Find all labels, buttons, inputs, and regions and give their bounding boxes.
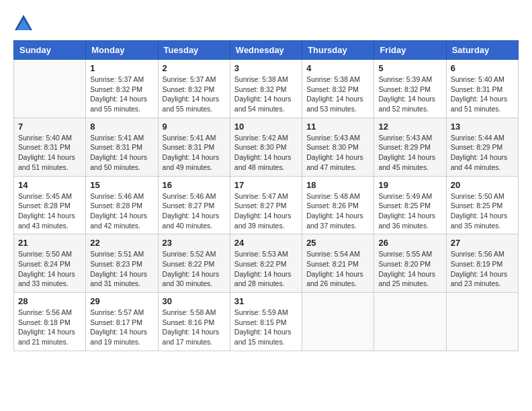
day-number: 21 xyxy=(18,238,81,248)
cell-content: Sunrise: 5:53 AM Sunset: 8:22 PM Dayligh… xyxy=(234,249,298,289)
cell-content: Sunrise: 5:56 AM Sunset: 8:19 PM Dayligh… xyxy=(451,249,514,289)
day-number: 31 xyxy=(234,296,298,306)
cell-content: Sunrise: 5:38 AM Sunset: 8:32 PM Dayligh… xyxy=(306,75,369,114)
cell-content: Sunrise: 5:38 AM Sunset: 8:32 PM Dayligh… xyxy=(234,75,298,114)
cell-content: Sunrise: 5:50 AM Sunset: 8:24 PM Dayligh… xyxy=(18,249,81,289)
day-number: 12 xyxy=(378,122,441,132)
cell-content: Sunrise: 5:58 AM Sunset: 8:16 PM Dayligh… xyxy=(163,308,226,347)
cell-content: Sunrise: 5:55 AM Sunset: 8:20 PM Dayligh… xyxy=(378,249,441,289)
cell-content: Sunrise: 5:37 AM Sunset: 8:32 PM Dayligh… xyxy=(90,75,153,114)
day-number: 15 xyxy=(90,180,153,190)
calendar-cell: 28Sunrise: 5:56 AM Sunset: 8:18 PM Dayli… xyxy=(14,293,86,351)
day-number: 17 xyxy=(234,180,298,190)
day-number: 14 xyxy=(18,180,81,190)
cell-content: Sunrise: 5:45 AM Sunset: 8:28 PM Dayligh… xyxy=(18,191,81,231)
day-number: 8 xyxy=(90,122,153,132)
day-number: 30 xyxy=(163,296,226,306)
calendar-cell: 23Sunrise: 5:52 AM Sunset: 8:22 PM Dayli… xyxy=(158,234,230,293)
calendar-cell: 21Sunrise: 5:50 AM Sunset: 8:24 PM Dayli… xyxy=(14,234,86,293)
cell-content: Sunrise: 5:48 AM Sunset: 8:26 PM Dayligh… xyxy=(306,191,369,231)
calendar-cell: 19Sunrise: 5:49 AM Sunset: 8:25 PM Dayli… xyxy=(374,176,446,234)
cell-content: Sunrise: 5:37 AM Sunset: 8:32 PM Dayligh… xyxy=(163,75,226,114)
cell-content: Sunrise: 5:41 AM Sunset: 8:31 PM Dayligh… xyxy=(163,133,226,173)
calendar-cell: 2Sunrise: 5:37 AM Sunset: 8:32 PM Daylig… xyxy=(158,60,230,118)
day-number: 23 xyxy=(163,238,226,248)
cell-content: Sunrise: 5:46 AM Sunset: 8:27 PM Dayligh… xyxy=(163,191,226,231)
calendar-cell: 16Sunrise: 5:46 AM Sunset: 8:27 PM Dayli… xyxy=(158,176,230,234)
day-number: 24 xyxy=(234,238,298,248)
calendar-cell: 5Sunrise: 5:39 AM Sunset: 8:32 PM Daylig… xyxy=(374,60,446,118)
calendar-cell: 13Sunrise: 5:44 AM Sunset: 8:29 PM Dayli… xyxy=(446,118,518,176)
cell-content: Sunrise: 5:40 AM Sunset: 8:31 PM Dayligh… xyxy=(451,75,514,114)
cell-content: Sunrise: 5:43 AM Sunset: 8:30 PM Dayligh… xyxy=(306,133,369,173)
cell-content: Sunrise: 5:54 AM Sunset: 8:21 PM Dayligh… xyxy=(306,249,369,289)
day-number: 9 xyxy=(163,122,226,132)
calendar-cell: 8Sunrise: 5:41 AM Sunset: 8:31 PM Daylig… xyxy=(86,118,158,176)
column-header-tuesday: Tuesday xyxy=(158,41,230,60)
calendar-cell: 14Sunrise: 5:45 AM Sunset: 8:28 PM Dayli… xyxy=(14,176,86,234)
cell-content: Sunrise: 5:39 AM Sunset: 8:32 PM Dayligh… xyxy=(378,75,441,114)
calendar-cell: 6Sunrise: 5:40 AM Sunset: 8:31 PM Daylig… xyxy=(446,60,518,118)
day-number: 28 xyxy=(18,296,81,306)
calendar-cell: 3Sunrise: 5:38 AM Sunset: 8:32 PM Daylig… xyxy=(230,60,302,118)
column-header-thursday: Thursday xyxy=(302,41,374,60)
column-header-sunday: Sunday xyxy=(14,41,86,60)
calendar-cell xyxy=(446,293,518,351)
day-number: 7 xyxy=(18,122,81,132)
column-header-wednesday: Wednesday xyxy=(230,41,302,60)
calendar-cell: 26Sunrise: 5:55 AM Sunset: 8:20 PM Dayli… xyxy=(374,234,446,293)
calendar-cell: 29Sunrise: 5:57 AM Sunset: 8:17 PM Dayli… xyxy=(86,293,158,351)
calendar-cell: 4Sunrise: 5:38 AM Sunset: 8:32 PM Daylig… xyxy=(302,60,374,118)
day-number: 18 xyxy=(306,180,369,190)
day-number: 26 xyxy=(378,238,441,248)
day-number: 2 xyxy=(163,63,226,73)
logo xyxy=(13,13,36,34)
calendar-cell: 12Sunrise: 5:43 AM Sunset: 8:29 PM Dayli… xyxy=(374,118,446,176)
calendar-cell: 25Sunrise: 5:54 AM Sunset: 8:21 PM Dayli… xyxy=(302,234,374,293)
day-number: 29 xyxy=(90,296,153,306)
day-number: 25 xyxy=(306,238,369,248)
day-number: 6 xyxy=(451,63,514,73)
day-number: 16 xyxy=(163,180,226,190)
week-row-5: 28Sunrise: 5:56 AM Sunset: 8:18 PM Dayli… xyxy=(14,293,519,351)
calendar-cell: 9Sunrise: 5:41 AM Sunset: 8:31 PM Daylig… xyxy=(158,118,230,176)
calendar-cell: 17Sunrise: 5:47 AM Sunset: 8:27 PM Dayli… xyxy=(230,176,302,234)
calendar-cell: 10Sunrise: 5:42 AM Sunset: 8:30 PM Dayli… xyxy=(230,118,302,176)
calendar-cell: 30Sunrise: 5:58 AM Sunset: 8:16 PM Dayli… xyxy=(158,293,230,351)
day-number: 13 xyxy=(451,122,514,132)
calendar-cell: 18Sunrise: 5:48 AM Sunset: 8:26 PM Dayli… xyxy=(302,176,374,234)
day-number: 5 xyxy=(378,63,441,73)
calendar-cell: 31Sunrise: 5:59 AM Sunset: 8:15 PM Dayli… xyxy=(230,293,302,351)
calendar-cell: 7Sunrise: 5:40 AM Sunset: 8:31 PM Daylig… xyxy=(14,118,86,176)
cell-content: Sunrise: 5:43 AM Sunset: 8:29 PM Dayligh… xyxy=(378,133,441,173)
week-row-4: 21Sunrise: 5:50 AM Sunset: 8:24 PM Dayli… xyxy=(14,234,519,293)
calendar-table: SundayMondayTuesdayWednesdayThursdayFrid… xyxy=(13,40,519,351)
calendar-cell: 1Sunrise: 5:37 AM Sunset: 8:32 PM Daylig… xyxy=(86,60,158,118)
day-number: 10 xyxy=(234,122,298,132)
day-number: 20 xyxy=(451,180,514,190)
calendar-cell: 20Sunrise: 5:50 AM Sunset: 8:25 PM Dayli… xyxy=(446,176,518,234)
calendar-cell: 11Sunrise: 5:43 AM Sunset: 8:30 PM Dayli… xyxy=(302,118,374,176)
week-row-3: 14Sunrise: 5:45 AM Sunset: 8:28 PM Dayli… xyxy=(14,176,519,234)
logo-icon xyxy=(13,13,34,34)
week-row-1: 1Sunrise: 5:37 AM Sunset: 8:32 PM Daylig… xyxy=(14,60,519,118)
calendar-cell: 22Sunrise: 5:51 AM Sunset: 8:23 PM Dayli… xyxy=(86,234,158,293)
day-number: 27 xyxy=(451,238,514,248)
cell-content: Sunrise: 5:52 AM Sunset: 8:22 PM Dayligh… xyxy=(163,249,226,289)
calendar-cell xyxy=(302,293,374,351)
cell-content: Sunrise: 5:59 AM Sunset: 8:15 PM Dayligh… xyxy=(234,308,298,347)
cell-content: Sunrise: 5:40 AM Sunset: 8:31 PM Dayligh… xyxy=(18,133,81,173)
column-header-saturday: Saturday xyxy=(446,41,518,60)
calendar-header-row: SundayMondayTuesdayWednesdayThursdayFrid… xyxy=(14,41,519,60)
page-header xyxy=(13,13,519,34)
cell-content: Sunrise: 5:46 AM Sunset: 8:28 PM Dayligh… xyxy=(90,191,153,231)
cell-content: Sunrise: 5:42 AM Sunset: 8:30 PM Dayligh… xyxy=(234,133,298,173)
day-number: 3 xyxy=(234,63,298,73)
cell-content: Sunrise: 5:56 AM Sunset: 8:18 PM Dayligh… xyxy=(18,308,81,347)
calendar-cell: 24Sunrise: 5:53 AM Sunset: 8:22 PM Dayli… xyxy=(230,234,302,293)
cell-content: Sunrise: 5:50 AM Sunset: 8:25 PM Dayligh… xyxy=(451,191,514,231)
day-number: 4 xyxy=(306,63,369,73)
calendar-cell: 27Sunrise: 5:56 AM Sunset: 8:19 PM Dayli… xyxy=(446,234,518,293)
cell-content: Sunrise: 5:41 AM Sunset: 8:31 PM Dayligh… xyxy=(90,133,153,173)
column-header-friday: Friday xyxy=(374,41,446,60)
